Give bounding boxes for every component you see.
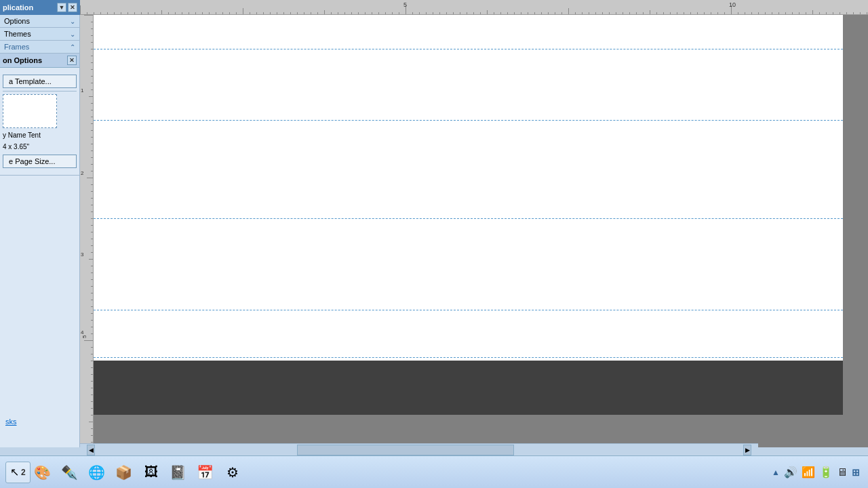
app-title-bar: plication ▼ ✕: [0, 0, 80, 15]
ruler-left-canvas: [80, 15, 94, 447]
dashed-line-2: [94, 218, 843, 219]
sidebar-panel: Options ⌄ Themes ⌄ Frames ⌃ on Options ✕…: [0, 0, 80, 447]
notebook-icon[interactable]: 📓: [166, 460, 191, 485]
horizontal-scrollbar[interactable]: ◀ ▶: [80, 443, 758, 455]
battery-icon[interactable]: 🔋: [819, 466, 833, 479]
creation-options-content: a Template... y Name Tent 4 x 3.65" e Pa…: [0, 68, 79, 175]
calendar-icon[interactable]: 📅: [193, 460, 218, 485]
dashed-line-3: [94, 310, 843, 310]
dashed-line-1: [94, 120, 843, 121]
chevron-themes-icon: ⌄: [70, 30, 75, 38]
section-frames-label: Frames: [4, 43, 29, 51]
label-size-text: 4 x 3.65": [3, 142, 77, 152]
tray-extra-icon[interactable]: ⊞: [852, 467, 860, 478]
section-options-label: Options: [4, 17, 30, 25]
cursor-icon: ↖: [10, 466, 19, 479]
creation-options-close-btn[interactable]: ✕: [67, 56, 77, 65]
chevron-frames-icon: ⌃: [70, 43, 75, 51]
page-bottom-bar: [94, 361, 843, 415]
taskbar: ↖ 2 🎨 ✒️ 🌐 📦 🖼 📓 📅 ⚙ ▲ 🔊 📶 🔋 🖥 ⊞: [0, 455, 868, 488]
ruler-left-num-4: 4: [81, 330, 83, 336]
taskbar-icons: 🎨 ✒️ 🌐 📦 🖼 📓 📅 ⚙: [31, 460, 766, 485]
ruler-left: [80, 15, 94, 447]
template-preview-box: [3, 94, 57, 128]
ruler-top: [80, 0, 868, 15]
chrome-icon[interactable]: 🌐: [85, 460, 109, 485]
minimize-button[interactable]: ▼: [57, 3, 66, 12]
sidebar-section-frames[interactable]: Frames ⌃: [0, 41, 79, 54]
tasks-section: sks: [0, 409, 79, 434]
photoshop-icon[interactable]: 🖼: [139, 460, 163, 485]
close-button[interactable]: ✕: [68, 3, 77, 12]
pen-icon[interactable]: ✒️: [58, 460, 82, 485]
dashed-line-4: [94, 357, 843, 358]
paint-icon[interactable]: 🎨: [31, 460, 55, 485]
creation-options-title-bar: on Options ✕: [0, 54, 79, 68]
scroll-left-btn[interactable]: ◀: [87, 445, 95, 455]
settings2-icon[interactable]: ⚙: [220, 460, 245, 485]
document-page: [94, 15, 843, 415]
title-controls: ▼ ✕: [57, 3, 77, 12]
active-task-num: 2: [21, 468, 26, 477]
separator-1: [3, 91, 77, 92]
7zip-icon[interactable]: 📦: [112, 460, 136, 485]
section-themes-label: Themes: [4, 30, 31, 38]
use-template-button[interactable]: a Template...: [3, 75, 77, 88]
scroll-right-btn[interactable]: ▶: [743, 445, 751, 455]
tray-up-arrow-icon[interactable]: ▲: [772, 468, 780, 477]
app-title-label: plication: [3, 3, 33, 12]
display-icon[interactable]: 🖥: [837, 466, 848, 479]
creation-options-section: on Options ✕ a Template... y Name Tent 4…: [0, 54, 79, 176]
change-page-size-button[interactable]: e Page Size...: [3, 155, 77, 168]
chevron-options-icon: ⌄: [70, 18, 75, 25]
creation-options-title-text: on Options: [3, 56, 67, 64]
tasks-link[interactable]: sks: [3, 415, 77, 428]
ruler-canvas: [80, 0, 868, 15]
volume-icon[interactable]: 🔊: [784, 466, 797, 479]
active-task-item[interactable]: ↖ 2: [5, 462, 31, 483]
ruler-left-num-2: 2: [81, 171, 83, 176]
sidebar-section-themes[interactable]: Themes ⌄: [0, 28, 79, 41]
network-icon[interactable]: 📶: [802, 466, 815, 479]
system-tray: ▲ 🔊 📶 🔋 🖥 ⊞: [766, 466, 865, 479]
label-name-text: y Name Tent: [3, 131, 77, 140]
scrollbar-thumb[interactable]: [297, 445, 514, 455]
dashed-line-0: [94, 49, 843, 49]
ruler-left-num-1: 1: [81, 88, 83, 94]
ruler-left-num-3: 3: [81, 252, 83, 258]
main-content-area: 1234: [80, 0, 868, 447]
sidebar-section-options[interactable]: Options ⌄: [0, 15, 79, 28]
creation-options-icons: ✕: [67, 56, 77, 65]
